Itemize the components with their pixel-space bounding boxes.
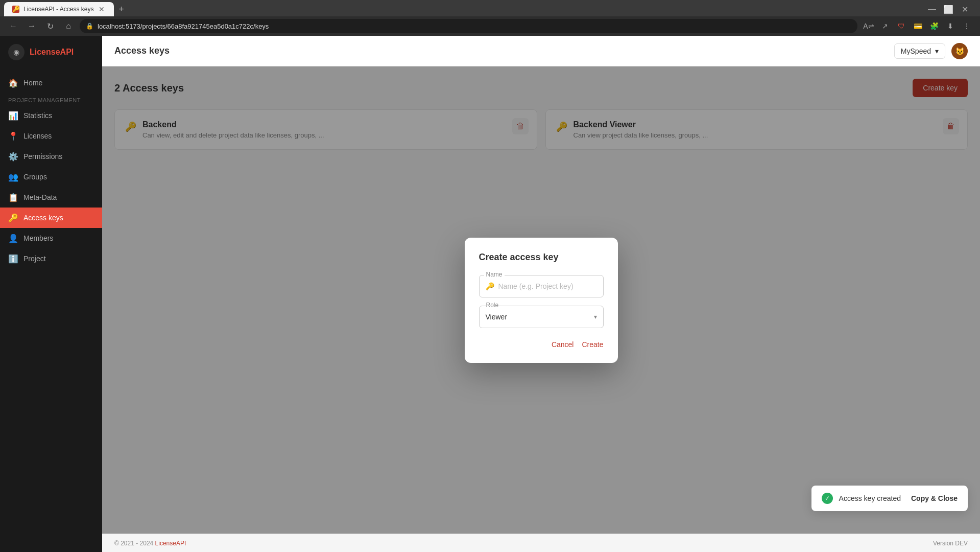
restore-btn[interactable]: ⬜ xyxy=(941,2,955,16)
topbar-title: Access keys xyxy=(114,45,170,56)
chevron-down-icon: ▾ xyxy=(935,47,939,55)
sidebar-item-meta-data[interactable]: 📋 Meta-Data xyxy=(0,187,102,208)
browser-chrome: 🔑 LicenseAPI - Access keys ✕ + — ⬜ ✕ ← →… xyxy=(0,0,980,36)
address-bar[interactable]: 🔒 localhost:5173/projects/66a8fa921745ea… xyxy=(80,19,857,33)
members-icon: 👤 xyxy=(8,233,18,243)
share-icon[interactable]: ↗ xyxy=(878,19,892,33)
sidebar-item-label: Statistics xyxy=(23,111,52,120)
user-avatar[interactable]: 😺 xyxy=(951,43,968,59)
name-input-wrapper: 🔑 xyxy=(479,275,604,297)
download-icon[interactable]: ⬇ xyxy=(943,19,958,33)
menu-icon[interactable]: ⋮ xyxy=(960,19,974,33)
tab-favicon: 🔑 xyxy=(12,6,19,13)
browser-tabs: 🔑 LicenseAPI - Access keys ✕ + — ⬜ ✕ xyxy=(0,0,980,16)
close-btn[interactable]: ✕ xyxy=(958,2,972,16)
project-icon: ℹ️ xyxy=(8,254,18,264)
name-form-group: Name 🔑 xyxy=(479,275,604,297)
footer: © 2021 - 2024 LicenseAPI Version DEV xyxy=(102,534,980,552)
url-text: localhost:5173/projects/66a8fa921745ea5d… xyxy=(98,22,269,30)
topbar: Access keys MySpeed ▾ 😺 xyxy=(102,36,980,66)
sidebar-item-label: Access keys xyxy=(23,214,63,222)
sidebar-item-statistics[interactable]: 📊 Statistics xyxy=(0,105,102,126)
app: ◉ LicenseAPI 🏠 Home Project management 📊… xyxy=(0,36,980,552)
refresh-btn[interactable]: ↻ xyxy=(43,19,57,33)
sidebar-item-label: Project xyxy=(23,255,46,263)
toolbar-actions: A⇌ ↗ 🛡 💳 🧩 ⬇ ⋮ xyxy=(862,19,974,33)
minimize-btn[interactable]: — xyxy=(925,2,939,16)
groups-icon: 👥 xyxy=(8,172,18,182)
sidebar-item-project[interactable]: ℹ️ Project xyxy=(0,248,102,269)
key-input-icon: 🔑 xyxy=(486,282,494,290)
chevron-down-icon: ▾ xyxy=(594,313,597,320)
role-select-wrapper: Viewer Editor Admin ▾ xyxy=(479,306,604,328)
footer-link[interactable]: LicenseAPI xyxy=(155,540,186,547)
logo-icon: ◉ xyxy=(8,44,25,60)
home-btn[interactable]: ⌂ xyxy=(61,19,76,33)
logo-text: LicenseAPI xyxy=(30,48,74,57)
modal-actions: Cancel Create xyxy=(479,340,604,349)
sidebar-section-project-management: Project management xyxy=(0,93,102,105)
forward-btn[interactable]: → xyxy=(25,19,39,33)
sidebar-item-label: Groups xyxy=(23,173,47,181)
sidebar-logo: ◉ LicenseAPI xyxy=(0,44,102,73)
sidebar-item-label: Meta-Data xyxy=(23,193,57,201)
role-select[interactable]: Viewer Editor Admin xyxy=(486,313,594,321)
sidebar-item-label: Permissions xyxy=(23,152,62,160)
extension-icon[interactable]: 🧩 xyxy=(927,19,941,33)
tab-close-btn[interactable]: ✕ xyxy=(98,5,106,13)
user-menu[interactable]: MySpeed ▾ xyxy=(894,43,945,59)
back-btn[interactable]: ← xyxy=(6,19,20,33)
user-menu-label: MySpeed xyxy=(901,47,931,55)
create-button[interactable]: Create xyxy=(582,340,603,349)
sidebar-item-permissions[interactable]: ⚙️ Permissions xyxy=(0,146,102,167)
footer-version: Version DEV xyxy=(933,540,968,547)
browser-toolbar: ← → ↻ ⌂ 🔒 localhost:5173/projects/66a8fa… xyxy=(0,16,980,36)
name-label: Name xyxy=(484,271,505,278)
create-access-key-modal: Create access key Name 🔑 Role Viewer xyxy=(465,238,618,363)
toast-success-icon: ✓ xyxy=(822,493,833,504)
home-icon: 🏠 xyxy=(8,78,18,88)
toast-notification: ✓ Access key created Copy & Close xyxy=(811,486,968,511)
permissions-icon: ⚙️ xyxy=(8,151,18,162)
wallet-icon[interactable]: 💳 xyxy=(911,19,925,33)
sidebar-item-home[interactable]: 🏠 Home xyxy=(0,73,102,93)
modal-title: Create access key xyxy=(479,252,604,263)
sidebar-item-label: Home xyxy=(23,79,42,87)
sidebar-item-groups[interactable]: 👥 Groups xyxy=(0,167,102,187)
sidebar-item-label: Licenses xyxy=(23,132,52,140)
brave-shield-icon[interactable]: 🛡 xyxy=(894,19,909,33)
sidebar-item-access-keys[interactable]: 🔑 Access keys xyxy=(0,208,102,228)
modal-overlay: Create access key Name 🔑 Role Viewer xyxy=(102,66,980,534)
toast-message: Access key created xyxy=(839,494,901,502)
licenses-icon: 📍 xyxy=(8,131,18,141)
browser-tab-active[interactable]: 🔑 LicenseAPI - Access keys ✕ xyxy=(4,2,114,16)
statistics-icon: 📊 xyxy=(8,110,18,121)
translate-icon[interactable]: A⇌ xyxy=(862,19,876,33)
role-form-group: Role Viewer Editor Admin ▾ xyxy=(479,306,604,328)
access-keys-icon: 🔑 xyxy=(8,213,18,223)
sidebar: ◉ LicenseAPI 🏠 Home Project management 📊… xyxy=(0,36,102,552)
new-tab-btn[interactable]: + xyxy=(114,2,128,16)
sidebar-item-members[interactable]: 👤 Members xyxy=(0,228,102,248)
tab-title: LicenseAPI - Access keys xyxy=(23,6,93,13)
topbar-actions: MySpeed ▾ 😺 xyxy=(894,43,968,59)
meta-data-icon: 📋 xyxy=(8,192,18,202)
sidebar-item-licenses[interactable]: 📍 Licenses xyxy=(0,126,102,146)
footer-copyright: © 2021 - 2024 xyxy=(114,540,153,547)
cancel-button[interactable]: Cancel xyxy=(552,340,574,349)
main: Access keys MySpeed ▾ 😺 2 Access keys Cr… xyxy=(102,36,980,552)
name-input[interactable] xyxy=(498,282,597,290)
content-area: 2 Access keys Create key 🔑 Backend Can v… xyxy=(102,66,980,534)
copy-close-button[interactable]: Copy & Close xyxy=(911,494,958,502)
lock-icon: 🔒 xyxy=(86,22,93,30)
sidebar-item-label: Members xyxy=(23,234,53,242)
